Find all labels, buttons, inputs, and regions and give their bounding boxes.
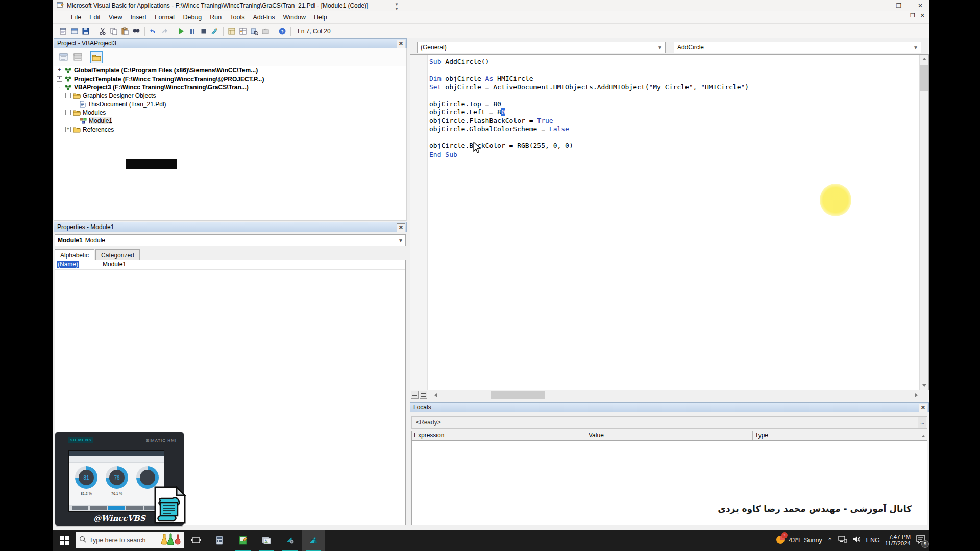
collapse-icon[interactable]: - [65, 93, 71, 98]
toolbar-overflow-handle[interactable]: ▾▾ [394, 2, 400, 12]
menu-help[interactable]: Help [310, 12, 331, 22]
break-icon[interactable] [187, 26, 198, 36]
properties-panel-close-icon[interactable]: ✕ [397, 223, 405, 232]
close-button[interactable]: ✕ [917, 2, 924, 9]
menu-tools[interactable]: Tools [226, 12, 249, 22]
properties-window-icon[interactable] [238, 26, 248, 36]
run-icon[interactable] [176, 26, 186, 36]
start-button[interactable] [53, 530, 76, 551]
collapse-icon[interactable]: - [65, 110, 71, 115]
paste-icon[interactable] [120, 26, 130, 36]
wincc-explorer-icon[interactable] [231, 530, 255, 551]
property-name[interactable]: (Name) [55, 260, 100, 269]
scroll-thumb[interactable] [491, 391, 545, 399]
view-code-icon[interactable] [58, 52, 69, 63]
save-icon[interactable] [81, 26, 91, 36]
tree-item[interactable]: ThisDocument (Tran_21.Pdl) [54, 100, 406, 109]
scroll-left-icon[interactable] [431, 391, 440, 399]
locals-close-icon[interactable]: ✕ [919, 404, 927, 412]
weather-widget[interactable]: 1 43°F Sunny [775, 534, 822, 546]
project-explorer-icon[interactable] [227, 26, 237, 36]
tree-item[interactable]: +ProjectTemplate (F:\Wincc Traning\Wincc… [54, 75, 406, 84]
scroll-up-icon[interactable] [920, 55, 928, 63]
locals-scroll-up-icon[interactable] [919, 431, 927, 440]
toolbox-icon[interactable] [260, 26, 271, 36]
toggle-folders-icon[interactable] [90, 51, 103, 63]
expand-icon[interactable]: + [65, 127, 71, 132]
menu-debug[interactable]: Debug [179, 12, 206, 22]
mdi-restore-button[interactable]: ❐ [910, 12, 915, 19]
tree-item[interactable]: Module1 [54, 117, 406, 126]
properties-object-dropdown[interactable]: Module1 Module ▼ [55, 234, 406, 246]
scroll-down-icon[interactable] [920, 381, 928, 390]
procedure-dropdown[interactable]: AddCircle ▼ [674, 42, 921, 53]
object-dropdown[interactable]: (General) ▼ [417, 42, 666, 53]
hmi-nav-bar [69, 505, 164, 511]
expand-icon[interactable]: + [57, 76, 62, 82]
mdi-close-button[interactable]: ✕ [920, 12, 925, 19]
calculator-icon[interactable] [208, 530, 231, 551]
menu-file[interactable]: File [67, 12, 85, 22]
redo-icon[interactable] [159, 26, 169, 36]
find-icon[interactable] [131, 26, 141, 36]
code-line [429, 134, 749, 142]
tab-alphabetic[interactable]: Alphabetic [55, 249, 94, 260]
code-vertical-scrollbar[interactable] [919, 55, 928, 390]
tab-categorized[interactable]: Categorized [95, 249, 140, 260]
mdi-minimize-button[interactable]: – [902, 12, 905, 19]
undo-icon[interactable] [148, 26, 158, 36]
menu-window[interactable]: Window [279, 12, 310, 22]
locals-column-type[interactable]: Type [753, 431, 920, 440]
simatic-wincc-icon[interactable] [278, 530, 302, 551]
hidden-icons-chevron-icon[interactable]: ⌃ [827, 537, 833, 544]
restore-button[interactable]: ❐ [895, 2, 902, 9]
menu-insert[interactable]: Insert [127, 12, 151, 22]
locals-column-expression[interactable]: Expression [412, 431, 586, 440]
task-view-icon[interactable] [184, 530, 208, 551]
tree-item[interactable]: +References [54, 126, 406, 134]
clock[interactable]: 7:47 PM 11/7/2024 [885, 534, 911, 547]
locals-more-button[interactable]: ... [918, 417, 926, 428]
menu-view[interactable]: View [105, 12, 127, 22]
menu-addins[interactable]: Add-Ins [249, 12, 279, 22]
tree-item[interactable]: +GlobalTemplate (C:\Program Files (x86)\… [54, 66, 406, 75]
gauge-1-value: 81.2 % [75, 492, 97, 495]
locals-column-value[interactable]: Value [586, 431, 753, 440]
expand-icon[interactable]: + [57, 68, 62, 73]
cut-icon[interactable] [97, 26, 108, 36]
help-icon[interactable]: ? [277, 26, 287, 36]
tree-item[interactable]: -Graphics Designer Objects [54, 92, 406, 101]
scroll-thumb[interactable] [920, 65, 928, 91]
menu-edit[interactable]: Edit [85, 12, 105, 22]
menu-format[interactable]: Format [151, 12, 179, 22]
copy-icon[interactable] [109, 26, 119, 36]
taskbar-search-input[interactable]: Type here to search [76, 532, 184, 548]
simatic-vba-icon[interactable] [302, 530, 325, 551]
collapse-icon[interactable]: - [57, 85, 62, 90]
tree-item[interactable]: -VBAProject3 (F:\Wincc Traning\WinccTran… [54, 83, 406, 92]
properties-panel-title: Properties - Module1 [57, 223, 114, 231]
full-module-view-button[interactable] [420, 391, 427, 399]
tree-item[interactable]: -Modules [54, 109, 406, 117]
gauge-2: 76 [106, 466, 128, 489]
view-graphics-designer-icon[interactable] [58, 26, 68, 36]
volume-icon[interactable] [852, 535, 861, 545]
reset-icon[interactable] [199, 26, 209, 36]
design-mode-icon[interactable] [210, 26, 220, 36]
photos-icon[interactable] [255, 530, 278, 551]
procedure-view-button[interactable] [411, 391, 419, 399]
code-horizontal-scrollbar[interactable] [410, 390, 929, 400]
object-browser-icon[interactable] [249, 26, 259, 36]
minimize-button[interactable]: – [874, 2, 881, 9]
property-value[interactable]: Module1 [100, 260, 129, 269]
scroll-right-icon[interactable] [912, 391, 921, 399]
code-editor[interactable]: Sub AddCircle() Dim objCircle As HMICirc… [410, 54, 929, 390]
menu-run[interactable]: Run [206, 12, 226, 22]
action-center-icon[interactable]: 5 [916, 535, 926, 546]
property-row[interactable]: (Name)Module1 [55, 260, 405, 270]
language-indicator[interactable]: ENG [866, 537, 880, 544]
project-panel-close-icon[interactable]: ✕ [397, 40, 405, 48]
view-object-icon[interactable] [72, 52, 84, 63]
network-icon[interactable] [838, 535, 847, 545]
insert-userform-icon[interactable] [69, 26, 80, 36]
